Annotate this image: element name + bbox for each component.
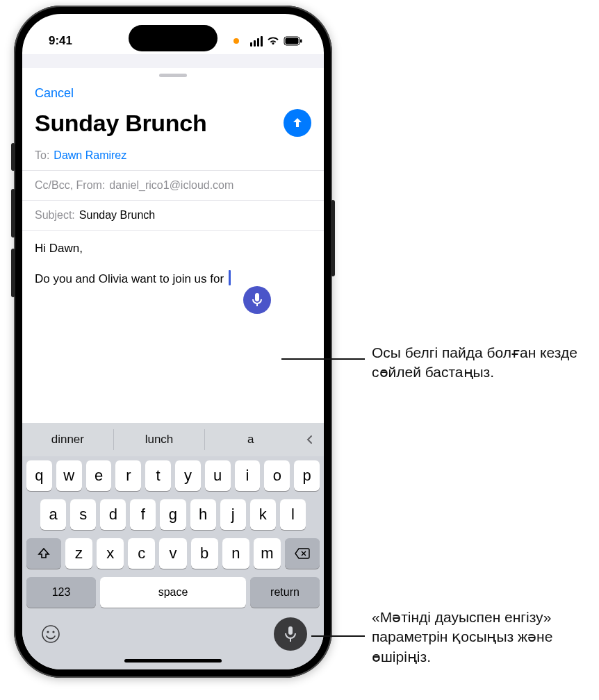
mute-switch: [11, 143, 15, 171]
to-recipient[interactable]: Dawn Ramirez: [54, 149, 126, 162]
key-p[interactable]: p: [294, 460, 320, 491]
mic-in-use-dot: [233, 38, 239, 44]
body-line-1: Hi Dawn,: [35, 240, 311, 258]
key-s[interactable]: s: [70, 499, 96, 530]
key-row-2: a s d f g h j k l: [22, 495, 324, 534]
iphone-frame: 9:41 Cancel: [14, 6, 332, 678]
key-v[interactable]: v: [159, 538, 186, 569]
home-indicator[interactable]: [124, 659, 222, 662]
key-b[interactable]: b: [191, 538, 218, 569]
status-right: [233, 36, 303, 47]
key-d[interactable]: d: [100, 499, 126, 530]
key-m[interactable]: m: [254, 538, 281, 569]
shift-key[interactable]: [26, 538, 61, 569]
nav-bar: Cancel: [22, 77, 324, 109]
prediction-bar: dinner lunch a: [22, 423, 324, 456]
key-t[interactable]: t: [145, 460, 171, 491]
subject-label: Subject:: [35, 209, 75, 222]
dynamic-island: [129, 25, 218, 51]
body-textarea[interactable]: Hi Dawn, Do you and Olivia want to join …: [22, 231, 324, 369]
svg-rect-8: [288, 626, 293, 635]
key-j[interactable]: j: [220, 499, 246, 530]
to-field[interactable]: To: Dawn Ramirez: [22, 141, 324, 171]
subject-value: Sunday Brunch: [79, 209, 155, 222]
callout-mic-bubble: Осы белгі пайда болған кезде сөйлей баст…: [372, 343, 587, 383]
backspace-key[interactable]: [285, 538, 320, 569]
subject-field[interactable]: Subject: Sunday Brunch: [22, 201, 324, 231]
key-k[interactable]: k: [250, 499, 276, 530]
keyboard-bottom-row: [22, 612, 324, 655]
key-q[interactable]: q: [26, 460, 52, 491]
side-button: [331, 200, 335, 276]
prediction-1[interactable]: dinner: [22, 423, 113, 456]
dictation-indicator-icon: [243, 286, 271, 314]
prediction-3[interactable]: a: [205, 423, 296, 456]
cancel-button[interactable]: Cancel: [35, 86, 74, 101]
dictation-toggle-button[interactable]: [274, 617, 307, 651]
key-x[interactable]: x: [97, 538, 124, 569]
keyboard: dinner lunch a q w e r t y u: [22, 423, 324, 669]
key-g[interactable]: g: [160, 499, 186, 530]
key-h[interactable]: h: [190, 499, 216, 530]
svg-rect-3: [255, 293, 259, 301]
sheet-backdrop: [22, 54, 324, 68]
space-key[interactable]: space: [100, 577, 246, 608]
screen: 9:41 Cancel: [22, 14, 324, 669]
body-line-2: Do you and Olivia want to join us for: [35, 270, 311, 288]
key-row-1: q w e r t y u i o p: [22, 456, 324, 495]
ccbcc-label: Cc/Bcc, From:: [35, 179, 105, 192]
svg-rect-1: [286, 38, 299, 44]
prediction-2[interactable]: lunch: [114, 423, 205, 456]
callout-mic-toggle: «Мәтінді дауыспен енгізу» параметрін қос…: [372, 608, 594, 667]
key-e[interactable]: e: [86, 460, 112, 491]
header-row: Sunday Brunch: [22, 109, 324, 141]
prediction-collapse[interactable]: [296, 423, 324, 456]
svg-rect-2: [300, 40, 302, 43]
from-value: daniel_rico1@icloud.com: [109, 179, 233, 192]
text-cursor: [229, 270, 231, 285]
svg-point-5: [42, 626, 59, 642]
numbers-key[interactable]: 123: [26, 577, 96, 608]
return-key[interactable]: return: [250, 577, 320, 608]
battery-icon: [284, 36, 303, 46]
key-f[interactable]: f: [130, 499, 156, 530]
status-time: 9:41: [49, 34, 72, 48]
volume-up: [11, 189, 15, 238]
key-c[interactable]: c: [128, 538, 155, 569]
to-label: To:: [35, 149, 49, 162]
key-o[interactable]: o: [264, 460, 290, 491]
key-row-3: z x c v b n m: [22, 534, 324, 573]
compose-sheet: Cancel Sunday Brunch To: Dawn Ramirez Cc…: [22, 68, 324, 369]
ccbcc-field[interactable]: Cc/Bcc, From: daniel_rico1@icloud.com: [22, 171, 324, 201]
svg-point-6: [47, 631, 49, 633]
key-a[interactable]: a: [40, 499, 66, 530]
key-i[interactable]: i: [235, 460, 261, 491]
key-u[interactable]: u: [205, 460, 231, 491]
volume-down: [11, 249, 15, 297]
compose-title: Sunday Brunch: [35, 110, 206, 137]
key-z[interactable]: z: [65, 538, 92, 569]
stage: 9:41 Cancel: [0, 0, 599, 700]
emoji-key[interactable]: [39, 622, 63, 646]
key-r[interactable]: r: [115, 460, 141, 491]
key-row-4: 123 space return: [22, 573, 324, 612]
key-y[interactable]: y: [175, 460, 201, 491]
cellular-icon: [250, 36, 263, 47]
key-n[interactable]: n: [222, 538, 249, 569]
svg-point-7: [52, 631, 54, 633]
key-w[interactable]: w: [56, 460, 82, 491]
send-button[interactable]: [284, 109, 311, 137]
wifi-icon: [267, 36, 279, 46]
key-l[interactable]: l: [280, 499, 306, 530]
